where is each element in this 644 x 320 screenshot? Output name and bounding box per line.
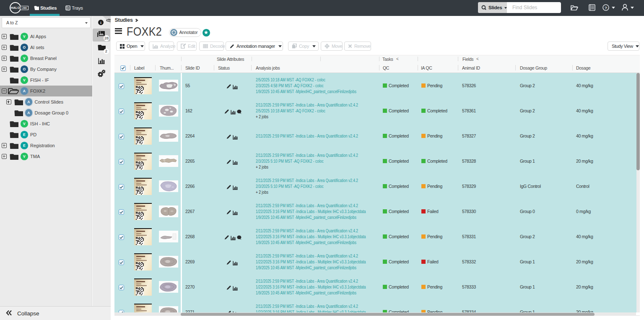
svg-text:?: ? [605, 5, 607, 10]
